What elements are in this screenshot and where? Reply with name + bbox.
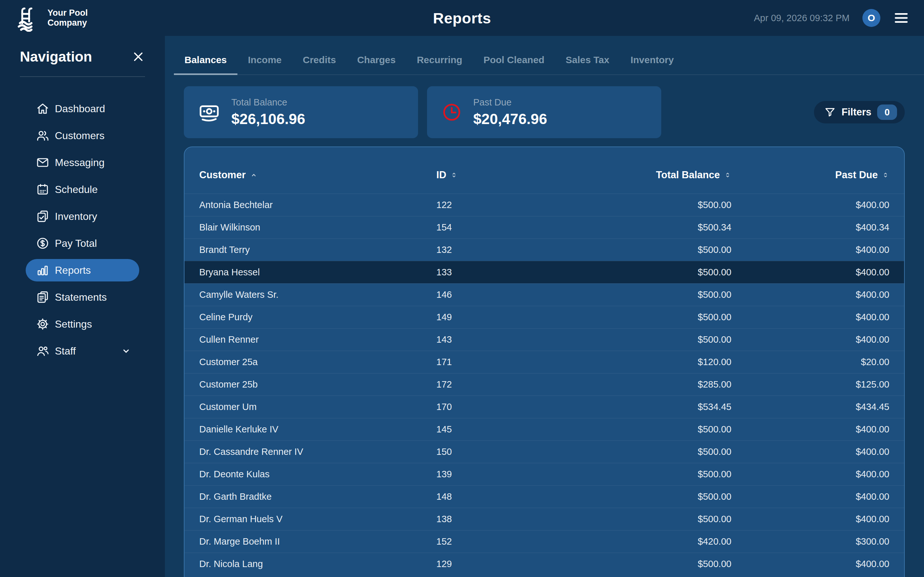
sidebar-nav-list: DashboardCustomersMessagingScheduleInven…	[0, 97, 165, 362]
tab-charges[interactable]: Charges	[347, 46, 406, 75]
table-row[interactable]: Dr. Cassandre Renner IV150$500.00$400.00	[184, 440, 904, 463]
column-header-total-balance[interactable]: Total Balance	[602, 147, 732, 193]
card-label: Total Balance	[231, 97, 305, 108]
app-header: Your Pool Company Reports Apr 09, 2026 0…	[0, 0, 924, 36]
tab-sales-tax[interactable]: Sales Tax	[555, 46, 620, 75]
hamburger-menu-icon[interactable]	[893, 10, 909, 26]
table-row[interactable]: Brandt Terry132$500.00$400.00	[184, 239, 904, 261]
sidebar-item-inventory[interactable]: Inventory	[26, 205, 139, 227]
tab-pool-cleaned[interactable]: Pool Cleaned	[473, 46, 555, 75]
staff-icon	[36, 345, 49, 358]
sidebar-item-pay-total[interactable]: Pay Total	[26, 232, 139, 255]
tab-credits[interactable]: Credits	[292, 46, 347, 75]
table-row[interactable]: Dr. German Huels V138$500.00$400.00	[184, 508, 904, 530]
sort-both-icon	[450, 171, 458, 179]
user-avatar[interactable]: O	[863, 9, 880, 27]
table-row[interactable]: Blair Wilkinson154$500.34$400.34	[184, 216, 904, 239]
table-row[interactable]: Bryana Hessel133$500.00$400.00	[184, 261, 904, 284]
table-row[interactable]: Customer Um170$534.45$434.45	[184, 396, 904, 418]
table-row[interactable]: Danielle Kerluke IV145$500.00$400.00	[184, 418, 904, 440]
past-due-card: Past Due $20,476.96	[427, 86, 661, 138]
card-value: $26,106.96	[231, 110, 305, 127]
sidebar-item-label: Inventory	[55, 211, 97, 222]
total-balance-cell: $500.00	[602, 328, 732, 351]
customer-id-cell: 152	[436, 530, 602, 553]
filters-count-badge: 0	[877, 105, 897, 120]
table-row[interactable]: Dr. Garth Bradtke148$500.00$400.00	[184, 485, 904, 508]
table-row[interactable]: Camylle Waters Sr.146$500.00$400.00	[184, 284, 904, 306]
total-balance-cell: $500.00	[602, 508, 732, 530]
tab-income[interactable]: Income	[237, 46, 292, 75]
sidebar-item-label: Messaging	[55, 157, 105, 169]
past-due-cell: $400.00	[732, 239, 904, 261]
sidebar-item-schedule[interactable]: Schedule	[26, 178, 139, 201]
customer-name-cell: Cullen Renner	[184, 328, 436, 351]
banknote-icon	[199, 102, 220, 123]
clock-icon	[442, 102, 462, 122]
customer-name-cell: Dr. Deonte Kulas	[184, 463, 436, 485]
customer-name-cell: Bryana Hessel	[184, 261, 436, 284]
total-balance-cell: $500.00	[602, 306, 732, 328]
total-balance-card: Total Balance $26,106.96	[184, 86, 418, 138]
total-balance-cell: $285.00	[602, 373, 732, 396]
total-balance-cell: $420.00	[602, 530, 732, 553]
table-row[interactable]: Antonia Bechtelar122$500.00$400.00	[184, 193, 904, 216]
calendar-icon	[36, 183, 49, 196]
customer-name-cell: Customer 25b	[184, 373, 436, 396]
total-balance-cell: $500.00	[602, 261, 732, 284]
mail-icon	[36, 156, 49, 169]
tab-balances[interactable]: Balances	[174, 46, 237, 75]
table-row[interactable]: Celine Purdy149$500.00$400.00	[184, 306, 904, 328]
past-due-cell: $400.00	[732, 261, 904, 284]
sidebar-item-statements[interactable]: Statements	[26, 286, 139, 308]
dollar-circle-icon	[36, 237, 49, 250]
sidebar-item-label: Pay Total	[55, 237, 97, 250]
customer-name-cell: Dr. Marge Boehm II	[184, 530, 436, 553]
total-balance-cell: $500.00	[602, 463, 732, 485]
customer-id-cell: 148	[436, 485, 602, 508]
close-icon[interactable]	[132, 50, 145, 63]
total-balance-cell: $500.00	[602, 239, 732, 261]
card-value: $20,476.96	[473, 110, 547, 127]
table-row[interactable]: Dr. Nicola Lang129$500.00$400.00	[184, 553, 904, 575]
column-header-id[interactable]: ID	[436, 147, 602, 193]
sort-ascending-icon	[250, 171, 258, 179]
sidebar-divider	[20, 76, 145, 77]
table-row[interactable]: Dr. Marge Boehm II152$420.00$300.00	[184, 530, 904, 553]
past-due-cell: $400.00	[732, 463, 904, 485]
sidebar-item-customers[interactable]: Customers	[26, 124, 139, 147]
filters-button[interactable]: Filters 0	[814, 101, 905, 123]
sidebar-item-reports[interactable]: Reports	[26, 259, 139, 282]
table-row[interactable]: Customer 25a171$120.00$20.00	[184, 351, 904, 373]
sidebar-item-messaging[interactable]: Messaging	[26, 151, 139, 174]
table-row[interactable]: Dr. Deonte Kulas139$500.00$400.00	[184, 463, 904, 485]
past-due-cell: $400.34	[732, 216, 904, 239]
table-row[interactable]: Cullen Renner143$500.00$400.00	[184, 328, 904, 351]
report-tabs: BalancesIncomeCreditsChargesRecurringPoo…	[174, 46, 924, 75]
sidebar-item-label: Settings	[55, 318, 92, 330]
sidebar-item-staff[interactable]: Staff	[26, 340, 139, 362]
total-balance-cell: $534.45	[602, 396, 732, 418]
customer-name-cell: Antonia Bechtelar	[184, 193, 436, 216]
customer-id-cell: 133	[436, 261, 602, 284]
column-header-past-due[interactable]: Past Due	[732, 147, 904, 193]
past-due-cell: $400.00	[732, 306, 904, 328]
tab-inventory[interactable]: Inventory	[620, 46, 684, 75]
customer-id-cell: 145	[436, 418, 602, 440]
sidebar-item-settings[interactable]: Settings	[26, 313, 139, 335]
customer-name-cell: Customer 25a	[184, 351, 436, 373]
total-balance-cell: $500.00	[602, 284, 732, 306]
column-header-customer[interactable]: Customer	[184, 147, 436, 193]
gear-icon	[36, 318, 49, 330]
filters-label: Filters	[842, 106, 871, 118]
sidebar-item-label: Dashboard	[55, 103, 105, 115]
customer-id-cell: 170	[436, 396, 602, 418]
sidebar-item-label: Schedule	[55, 184, 97, 195]
total-balance-cell: $500.00	[602, 553, 732, 575]
table-row[interactable]: Customer 25b172$285.00$125.00	[184, 373, 904, 396]
past-due-cell: $400.00	[732, 193, 904, 216]
bar-chart-icon	[36, 264, 49, 277]
customer-id-cell: 132	[436, 239, 602, 261]
tab-recurring[interactable]: Recurring	[406, 46, 473, 75]
sidebar-item-dashboard[interactable]: Dashboard	[26, 97, 139, 120]
